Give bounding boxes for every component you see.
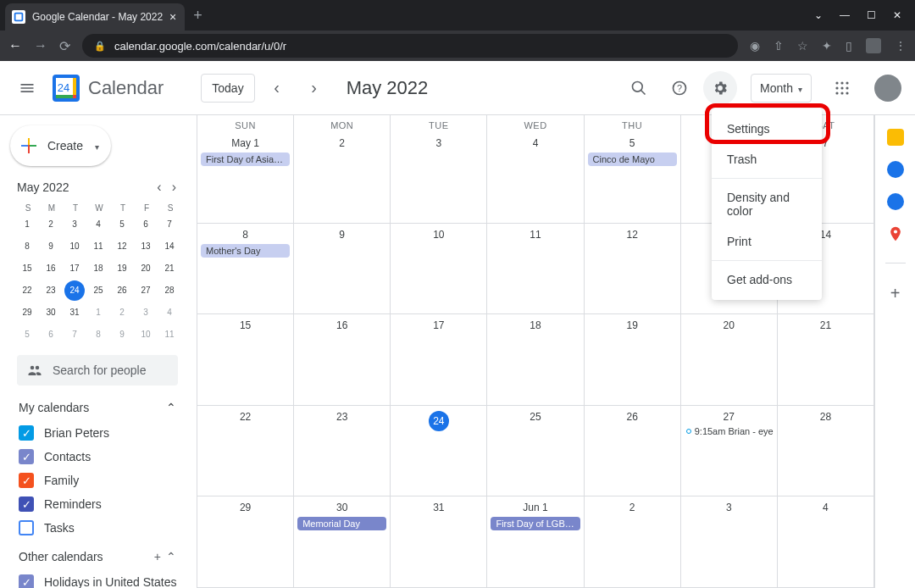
mini-day[interactable]: 8: [88, 325, 108, 345]
day-cell[interactable]: 21: [778, 314, 874, 406]
day-cell[interactable]: 20: [681, 314, 778, 406]
mini-day[interactable]: 12: [112, 236, 132, 257]
mini-day[interactable]: 29: [17, 302, 37, 323]
mini-day[interactable]: 2: [41, 214, 61, 235]
sidepanel-icon[interactable]: ▯: [846, 39, 852, 53]
day-cell[interactable]: 3: [681, 496, 778, 588]
event-chip[interactable]: First Day of Asian P: [201, 153, 290, 166]
day-cell[interactable]: 26: [585, 406, 681, 497]
day-cell[interactable]: 30Memorial Day: [294, 496, 391, 588]
mini-day[interactable]: 5: [112, 214, 132, 235]
mini-day[interactable]: 26: [112, 280, 132, 301]
maximize-button[interactable]: ☐: [867, 9, 876, 21]
day-cell[interactable]: Jun 1First Day of LGBTQ: [487, 496, 584, 588]
day-cell[interactable]: 2: [585, 496, 681, 588]
day-cell[interactable]: 16: [294, 314, 391, 406]
day-cell[interactable]: 29: [197, 496, 294, 588]
browser-tab[interactable]: Google Calendar - May 2022 ×: [5, 3, 185, 31]
eye-icon[interactable]: ◉: [750, 39, 760, 53]
next-period-button[interactable]: ›: [299, 73, 330, 103]
account-avatar[interactable]: [874, 75, 901, 102]
mini-day[interactable]: 24: [64, 280, 85, 301]
search-people-input[interactable]: Search for people: [17, 355, 178, 386]
forward-button[interactable]: →: [34, 38, 47, 53]
settings-menu-item[interactable]: Settings: [712, 114, 822, 144]
day-cell[interactable]: May 1First Day of Asian P: [197, 132, 294, 224]
mini-day[interactable]: 23: [41, 280, 61, 301]
other-calendars-header[interactable]: Other calendars + ⌃: [7, 545, 183, 569]
mini-day[interactable]: 3: [64, 214, 85, 235]
day-cell[interactable]: 28: [778, 406, 874, 497]
event-chip[interactable]: First Day of LGBTQ: [491, 517, 580, 530]
mini-prev-button[interactable]: ‹: [153, 178, 164, 197]
mini-day[interactable]: 15: [17, 258, 37, 279]
day-cell[interactable]: 9: [294, 224, 391, 315]
calendar-item[interactable]: Tasks: [19, 516, 183, 540]
day-cell[interactable]: 17: [391, 314, 487, 406]
mini-day[interactable]: 2: [112, 302, 132, 323]
close-window-button[interactable]: ✕: [893, 9, 901, 21]
mini-day[interactable]: 3: [136, 302, 156, 323]
mini-day[interactable]: 9: [41, 236, 61, 257]
add-addon-button[interactable]: +: [890, 284, 901, 303]
add-calendar-button[interactable]: +: [154, 550, 161, 563]
contacts-icon[interactable]: [887, 193, 904, 210]
calendar-checkbox[interactable]: ✓: [19, 574, 34, 588]
calendar-checkbox[interactable]: ✓: [19, 449, 34, 464]
mini-day[interactable]: 13: [136, 236, 156, 257]
mini-day[interactable]: 6: [41, 325, 61, 345]
mini-day[interactable]: 8: [17, 236, 37, 257]
mini-day[interactable]: 10: [136, 325, 156, 345]
day-cell[interactable]: 22: [197, 406, 294, 497]
minimize-button[interactable]: ―: [840, 9, 850, 21]
day-cell[interactable]: 3: [391, 132, 487, 224]
day-cell[interactable]: 4: [487, 132, 584, 224]
maps-icon[interactable]: [887, 225, 904, 242]
extensions-icon[interactable]: ✦: [822, 39, 832, 53]
mini-day[interactable]: 6: [136, 214, 156, 235]
day-cell[interactable]: 8Mother's Day: [197, 224, 294, 315]
reload-button[interactable]: ⟳: [59, 38, 70, 54]
event-item[interactable]: 9:15am Brian - eye: [685, 426, 774, 436]
address-bar[interactable]: 🔒 calendar.google.com/calendar/u/0/r: [82, 34, 738, 58]
calendar-checkbox[interactable]: [19, 520, 34, 535]
mini-day[interactable]: 10: [64, 236, 85, 257]
keep-icon[interactable]: [887, 129, 904, 146]
bookmark-icon[interactable]: ☆: [797, 39, 808, 53]
view-switcher[interactable]: Month: [751, 74, 812, 103]
calendar-item[interactable]: ✓Brian Peters: [19, 421, 183, 445]
mini-day[interactable]: 28: [159, 280, 180, 301]
mini-day[interactable]: 11: [159, 325, 180, 345]
app-logo[interactable]: 24 Calendar: [51, 73, 164, 103]
day-cell[interactable]: 12: [585, 224, 681, 315]
help-button[interactable]: ?: [663, 71, 696, 105]
day-cell[interactable]: 5Cinco de Mayo: [585, 132, 681, 224]
mini-day[interactable]: 5: [17, 325, 37, 345]
settings-menu-item[interactable]: Trash: [712, 144, 822, 175]
settings-menu-item[interactable]: Get add-ons: [712, 264, 822, 295]
browser-menu-icon[interactable]: ⋮: [895, 39, 907, 53]
main-menu-button[interactable]: [10, 71, 44, 105]
mini-day[interactable]: 7: [64, 325, 85, 345]
mini-day[interactable]: 7: [159, 214, 180, 235]
calendar-checkbox[interactable]: ✓: [19, 425, 34, 441]
new-tab-button[interactable]: +: [193, 7, 202, 25]
mini-day[interactable]: 31: [64, 302, 85, 323]
day-cell[interactable]: 4: [778, 496, 874, 588]
mini-day[interactable]: 9: [112, 325, 132, 345]
calendar-item[interactable]: ✓Family: [19, 469, 183, 492]
mini-day[interactable]: 1: [17, 214, 37, 235]
day-cell[interactable]: 31: [391, 496, 487, 588]
mini-day[interactable]: 22: [17, 280, 37, 301]
event-chip[interactable]: Memorial Day: [297, 517, 386, 530]
create-button[interactable]: Create: [10, 125, 111, 166]
day-cell[interactable]: 18: [487, 314, 584, 406]
calendar-item[interactable]: ✓Holidays in United States: [19, 570, 183, 588]
today-button[interactable]: Today: [201, 74, 254, 103]
mini-day[interactable]: 19: [112, 258, 132, 279]
search-button[interactable]: [622, 71, 656, 105]
event-chip[interactable]: Mother's Day: [201, 244, 290, 258]
share-icon[interactable]: ⇧: [774, 39, 784, 53]
tasks-icon[interactable]: [887, 161, 904, 178]
day-cell[interactable]: 19: [585, 314, 681, 406]
